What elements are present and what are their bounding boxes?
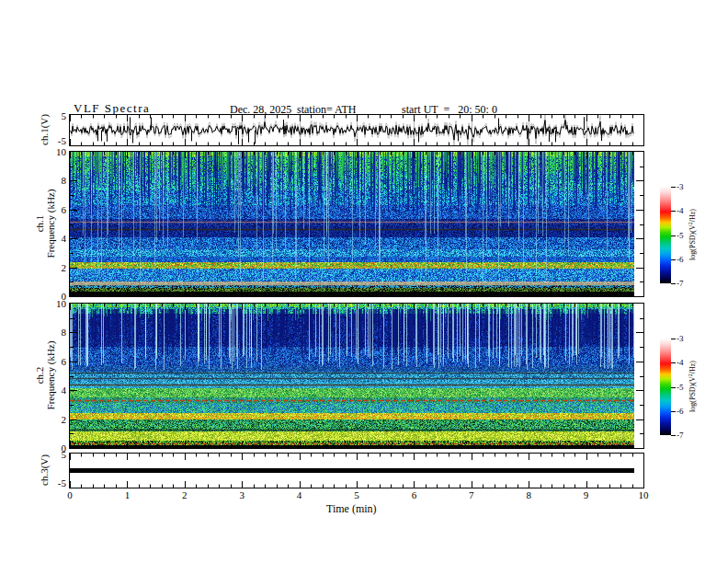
colorbar-tick-label: -7	[677, 431, 684, 440]
y-tick-label: 6	[39, 204, 66, 215]
colorbar-tick-label: -4	[677, 359, 684, 367]
colorbar-tick-label: -5	[677, 232, 684, 240]
ch1-colorbar-label: log(PSD)(V2/Hz)	[688, 209, 698, 260]
ch2-frequency-axis-label: ch.2 Frequency (kHz)	[34, 341, 56, 410]
y-tick-label: 2	[39, 414, 66, 425]
y-tick-label: 4	[39, 233, 66, 244]
y-tick-label: 8	[39, 327, 66, 338]
colorbar-tick-label: -3	[677, 183, 684, 191]
ch1-spectrogram-canvas	[70, 152, 643, 296]
colorbar-tick	[671, 411, 676, 412]
ch1-axis-line2: Frequency (kHz)	[45, 190, 56, 259]
ch2-colorbar: -3-4-5-6-7	[660, 339, 671, 435]
colorbar-tick	[671, 362, 676, 363]
x-tick-label: 0	[58, 489, 82, 500]
y-tick-label: 10	[39, 146, 66, 157]
colorbar-tick-label: -6	[677, 408, 684, 416]
ch2-axis-line1: ch.2	[34, 341, 45, 410]
ch1-waveform-panel	[69, 114, 644, 146]
colorbar-tick-label: -6	[677, 256, 684, 264]
x-tick-label: 10	[631, 489, 655, 500]
ch1-waveform-canvas	[70, 115, 643, 145]
ch2-spectrogram-panel	[69, 303, 644, 449]
ch1-colorbar-gradient	[660, 187, 671, 283]
ch2-axis-line2: Frequency (kHz)	[45, 341, 56, 410]
y-tick-label: 6	[39, 356, 66, 367]
ch2-colorbar-label: log(PSD)(V2/Hz)	[688, 361, 698, 412]
y-tick-label: -5	[39, 477, 66, 488]
ch3-waveform-panel	[69, 453, 644, 488]
ch1-spectrogram-panel	[69, 151, 644, 297]
ch1-colorbar: -3-4-5-6-7	[660, 187, 671, 283]
y-tick-label: 4	[39, 385, 66, 396]
ch2-colorbar-gradient	[660, 339, 671, 435]
colorbar-tick	[671, 187, 676, 188]
x-tick-label: 6	[402, 489, 426, 500]
x-tick-label: 1	[115, 489, 139, 500]
y-tick-label: 2	[39, 262, 66, 273]
x-tick-label: 5	[345, 489, 369, 500]
y-tick-label: -5	[39, 135, 66, 146]
x-tick-label: 8	[517, 489, 540, 500]
y-tick-label: 5	[39, 449, 66, 460]
x-tick-label: 7	[460, 489, 483, 500]
x-tick-label: 3	[230, 489, 254, 500]
y-tick-label: 8	[39, 175, 66, 186]
ch3-waveform-canvas	[70, 454, 643, 488]
ch1-axis-line1: ch.1	[34, 190, 45, 259]
y-tick-label: 10	[39, 298, 66, 309]
colorbar-tick	[671, 211, 676, 212]
colorbar-tick	[671, 236, 676, 236]
vlf-spectra-figure: VLF Spectra Dec. 28, 2025 station= ATH s…	[0, 0, 728, 563]
x-tick-label: 4	[288, 489, 312, 500]
time-axis-label: Time (min)	[326, 502, 377, 516]
y-tick-label: 5	[39, 110, 66, 121]
colorbar-tick-label: -7	[677, 280, 684, 288]
colorbar-tick	[671, 435, 676, 436]
colorbar-tick-label: -4	[677, 207, 684, 215]
x-tick-label: 9	[574, 489, 598, 500]
colorbar-tick	[671, 259, 676, 260]
ch1-frequency-axis-label: ch.1 Frequency (kHz)	[34, 190, 56, 259]
x-tick-label: 2	[173, 489, 197, 500]
colorbar-tick-label: -5	[677, 384, 684, 392]
colorbar-tick	[671, 283, 676, 284]
colorbar-tick-label: -3	[677, 335, 684, 343]
ch2-spectrogram-canvas	[70, 304, 643, 448]
colorbar-tick	[671, 339, 676, 339]
colorbar-tick	[671, 387, 676, 388]
